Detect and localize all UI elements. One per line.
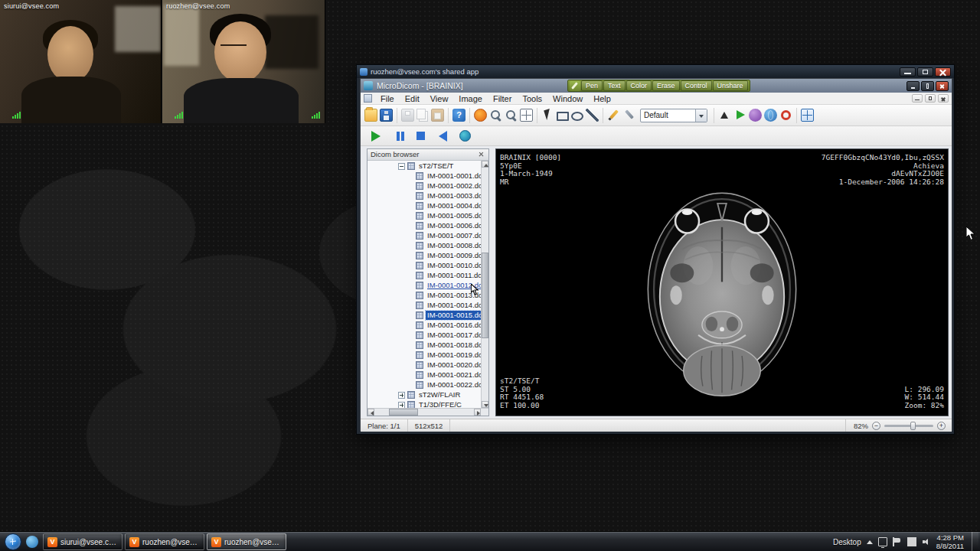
magnifier-icon[interactable] [505,109,518,122]
tree-series-closed[interactable]: T1/3D/FFE/C [368,400,488,408]
tree-file-item[interactable]: IM-0001-0007.dcm [368,231,488,241]
vertical-scrollbar[interactable] [481,161,488,408]
tree-file-item[interactable]: IM-0001-0018.dcm [368,341,488,350]
start-button[interactable] [5,533,21,550]
clock[interactable]: 4:28 PM 8/8/2011 [936,533,966,550]
copy-icon[interactable] [416,109,426,119]
tree-file-item[interactable]: IM-0001-0016.dcm [368,321,488,331]
mdi-restore-icon[interactable] [925,94,936,103]
tree-series-closed[interactable]: sT2W/FLAIR [368,390,488,400]
scroll-right-icon[interactable] [474,409,481,416]
play-button[interactable] [367,129,385,144]
tree-file-item[interactable]: IM-0001-0009.dcm [368,251,488,261]
tree-file-item[interactable]: IM-0001-0021.dcm [368,370,488,380]
tree-file-item[interactable]: IM-0001-0020.dcm [368,360,488,370]
print-icon[interactable] [401,109,414,122]
zoom-in-icon[interactable]: + [937,422,946,430]
minimize-button[interactable] [900,67,916,77]
save-icon[interactable] [380,109,393,122]
app-maximize-button[interactable] [921,81,934,91]
menu-image[interactable]: Image [453,93,488,104]
wl-tool-icon[interactable] [622,109,635,122]
stop-button[interactable] [411,129,430,144]
tree-file-item[interactable]: IM-0001-0022.dcm [368,380,488,390]
network-icon[interactable] [907,537,916,546]
close-button[interactable] [935,67,951,77]
help-icon[interactable]: ? [452,109,466,122]
tree-file-item[interactable]: IM-0001-0003.dcm [368,191,488,201]
tree-file-item[interactable]: IM-0001-0019.dcm [368,350,488,360]
horizontal-scrollbar[interactable] [368,408,488,416]
layout-grid-icon[interactable] [801,109,814,122]
burn-cd-icon[interactable] [474,109,487,122]
record-button[interactable] [456,129,474,144]
ellipse-tool-icon[interactable] [571,112,583,121]
paste-icon[interactable] [431,109,444,122]
tree-file-item[interactable]: IM-0001-0010.dcm [368,261,488,271]
menu-file[interactable]: File [375,93,400,104]
tree-file-item[interactable]: IM-0001-0017.dcm [368,331,488,341]
app-titlebar[interactable]: MicroDicom - [BRAINIX] PenTextColorErase… [361,79,952,93]
scroll-left-icon[interactable] [368,409,374,416]
tree-file-item[interactable]: IM-0001-0015.dcm [368,311,488,321]
scroll-up-icon[interactable] [482,161,488,168]
tree-file-item[interactable]: IM-0001-0002.dcm [368,181,488,191]
menu-window[interactable]: Window [547,93,588,104]
zoom-out-icon[interactable]: − [872,422,880,430]
share-control-button[interactable]: Control [681,80,712,91]
zoom-slider-thumb[interactable] [910,422,916,430]
maximize-button[interactable] [917,67,933,77]
tree-file-item[interactable]: IM-0001-0001.dcm [368,171,488,181]
pointer-tool-icon[interactable] [541,109,554,122]
tree-file-item[interactable]: IM-0001-0011.dcm [368,271,488,281]
taskbar-button[interactable]: Vruozhen@vsee.com [125,533,204,550]
mdi-minimize-icon[interactable] [912,94,923,103]
scrollbar-thumb[interactable] [482,253,488,338]
share-window-titlebar[interactable]: ruozhen@vsee.com's shared app [357,65,954,78]
app-close-button[interactable] [936,81,949,91]
pen-tool-icon[interactable] [570,81,580,91]
cine-play-icon[interactable] [733,109,746,122]
expand-icon[interactable] [398,392,405,399]
menu-view[interactable]: View [425,93,454,104]
taskbar-button[interactable]: Vruozhen@vsee.co... [207,533,286,550]
zoom-icon[interactable] [489,109,502,122]
image-viewer[interactable]: BRAINIX [0000]5Yp0E1-March-1949MR 7GEFF0… [495,148,949,416]
menu-help[interactable]: Help [588,93,616,104]
share-unshare-button[interactable]: Unshare [713,80,748,91]
collapse-icon[interactable] [398,163,405,170]
previous-button[interactable] [433,129,452,144]
open-icon[interactable] [364,109,377,122]
line-tool-icon[interactable] [586,109,599,122]
pencil-tool-icon[interactable] [607,109,620,122]
mdi-close-icon[interactable] [938,94,949,103]
scroll-down-icon[interactable] [482,401,488,408]
desktop-toolbar-label[interactable]: Desktop [833,538,861,546]
show-desktop-button[interactable] [972,532,978,551]
volume-icon[interactable] [922,537,931,546]
annotations-icon[interactable] [781,110,791,120]
dicom-browser-header[interactable]: Dicom browser [368,149,488,161]
scrollbar-thumb[interactable] [389,409,418,416]
tree-file-item[interactable]: IM-0001-0004.dcm [368,201,488,211]
dicom-web-icon[interactable] [764,109,777,122]
pause-button[interactable] [389,129,407,144]
tree-file-item[interactable]: IM-0001-0014.dcm [368,301,488,311]
share-color-button[interactable]: Color [626,80,652,91]
panel-close-icon[interactable] [477,150,485,158]
zoom-slider[interactable] [884,425,933,427]
rectangle-tool-icon[interactable] [557,112,569,121]
tree-file-item[interactable]: IM-0001-0006.dcm [368,221,488,231]
share-text-button[interactable]: Text [603,80,626,91]
display-tray-icon[interactable] [878,537,887,546]
expand-icon[interactable] [398,402,405,408]
tree-file-item[interactable]: IM-0001-0008.dcm [368,241,488,251]
taskbar-button[interactable]: Vsiurui@vsee.com [43,533,122,550]
share-pen-button[interactable]: Pen [581,80,603,91]
tree-file-item[interactable]: IM-0001-0005.dcm [368,211,488,221]
menu-filter[interactable]: Filter [488,93,517,104]
quick-launch-icon[interactable] [26,536,38,548]
thumbnails-icon[interactable] [520,109,533,122]
tree-series-open[interactable]: sT2/TSE/T [368,161,488,171]
menu-tools[interactable]: Tools [517,93,547,104]
